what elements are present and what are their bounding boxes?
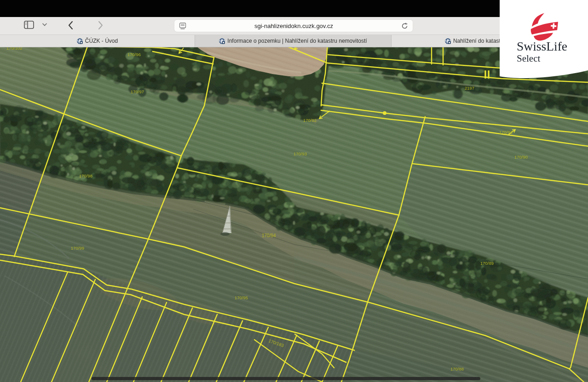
svg-text:170/98: 170/98 — [79, 173, 92, 178]
svg-text:170/93: 170/93 — [294, 151, 307, 156]
svg-text:170/91: 170/91 — [499, 130, 513, 135]
svg-text:170/90: 170/90 — [514, 154, 528, 160]
svg-text:2197: 2197 — [465, 86, 474, 91]
svg-text:170/92: 170/92 — [303, 118, 317, 123]
svg-text:Select: Select — [517, 53, 540, 64]
svg-text:170/95: 170/95 — [235, 295, 248, 300]
svg-text:170/97: 170/97 — [131, 89, 144, 94]
svg-text:170/99: 170/99 — [71, 245, 84, 251]
svg-text:SwissLife: SwissLife — [517, 39, 567, 53]
svg-text:170/88: 170/88 — [450, 366, 464, 371]
svg-text:170/96: 170/96 — [127, 52, 141, 57]
svg-text:170/94: 170/94 — [262, 233, 276, 238]
svg-text:170/89: 170/89 — [480, 261, 494, 266]
